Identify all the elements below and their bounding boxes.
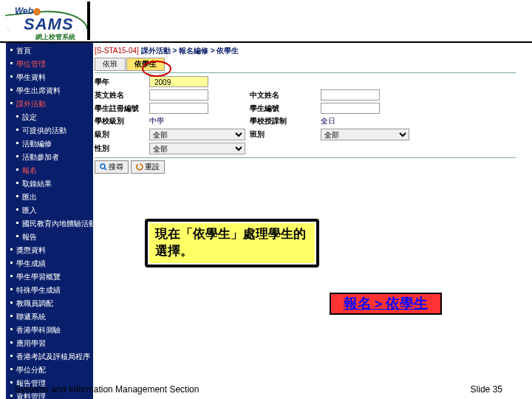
- footer-right: Slide 35: [471, 384, 502, 395]
- sidebar-item-6[interactable]: 可提供的活動: [6, 124, 93, 137]
- logo-sams-text: SAMS: [24, 15, 74, 34]
- stu-no-label: 學生編號: [250, 103, 316, 114]
- search-icon: [100, 163, 107, 171]
- sidebar-item-14[interactable]: 報告: [6, 231, 93, 244]
- tab-by-class[interactable]: 依班: [95, 58, 126, 71]
- sidebar-item-18[interactable]: 特殊學生成績: [6, 284, 93, 297]
- sidebar-item-13[interactable]: 國民教育內地體驗活動: [6, 217, 93, 231]
- gender-select[interactable]: 全部: [149, 143, 245, 154]
- header: Web SAMS 網上校管系統: [0, 0, 532, 44]
- footer: Systems and Information Management Secti…: [0, 384, 532, 395]
- year-label: 學年: [95, 77, 145, 87]
- level-label: 學校級別: [95, 116, 145, 126]
- svg-point-0: [100, 164, 105, 168]
- sidebar-item-5[interactable]: 設定: [6, 111, 93, 124]
- sidebar-item-15[interactable]: 獎懲資料: [6, 244, 93, 257]
- sidebar-item-17[interactable]: 學生學習概覽: [6, 270, 93, 284]
- sidebar-item-2[interactable]: 學生資料: [6, 71, 93, 84]
- divider: [95, 72, 516, 73]
- sidebar-item-11[interactable]: 匯出: [6, 191, 93, 204]
- chi-name-label: 中文姓名: [250, 90, 316, 100]
- search-form: 學年 2009 英文姓名 中文姓名 學生註冊編號 學生編號 學校級別 中學 學校…: [95, 76, 516, 154]
- page-code: [S-STA15-04]: [95, 47, 139, 55]
- sidebar-item-20[interactable]: 聯遞系統: [6, 310, 93, 324]
- sidebar-item-24[interactable]: 學位分配: [6, 364, 93, 377]
- session-label: 學校授課制: [250, 116, 316, 126]
- sidebar-item-16[interactable]: 學生成績: [6, 257, 93, 270]
- gender-label: 性別: [95, 143, 145, 154]
- sidebar-item-21[interactable]: 香港學科測驗: [6, 324, 93, 337]
- reg-no-input[interactable]: [149, 103, 208, 114]
- chi-name-input[interactable]: [321, 89, 380, 100]
- search-button-label: 搜尋: [109, 162, 123, 172]
- class-level-select[interactable]: 全部: [149, 129, 245, 140]
- tab-row: 依班 依學生: [95, 58, 516, 71]
- main-content: [S-STA15-04] 課外活動 > 報名編修 > 依學生 依班 依學生 學年…: [95, 46, 516, 174]
- watermark: WebSAMS: [529, 207, 532, 398]
- sidebar-item-4[interactable]: 課外活動: [6, 98, 93, 111]
- sidebar-item-9[interactable]: 報名: [6, 164, 93, 177]
- button-row: 搜尋 重設: [95, 157, 516, 174]
- sidebar-item-1[interactable]: 學位管理: [6, 58, 93, 71]
- sidebar-item-8[interactable]: 活動參加者: [6, 151, 93, 164]
- sidebar-item-19[interactable]: 教職員調配: [6, 297, 93, 310]
- annotation-callout-path: 報名＞依學生: [330, 293, 442, 315]
- sidebar-item-12[interactable]: 匯入: [6, 204, 93, 217]
- breadcrumb: 課外活動 > 報名編修 > 依學生: [141, 47, 239, 55]
- eng-name-input[interactable]: [149, 89, 208, 100]
- sidebar-item-3[interactable]: 學生出席資料: [6, 84, 93, 98]
- stu-no-input[interactable]: [321, 103, 380, 114]
- slide-label: Slide: [471, 384, 491, 395]
- sidebar-item-7[interactable]: 活動編修: [6, 137, 93, 151]
- breadcrumb-row: [S-STA15-04] 課外活動 > 報名編修 > 依學生: [95, 46, 516, 56]
- header-vertical-divider: [87, 1, 90, 40]
- logo: Web SAMS 網上校管系統: [6, 3, 89, 43]
- sidebar-item-22[interactable]: 應用學習: [6, 337, 93, 350]
- sidebar-item-23[interactable]: 香港考試及評核局程序: [6, 350, 93, 364]
- reset-icon: [136, 163, 143, 171]
- class-select[interactable]: 全部: [321, 129, 409, 140]
- tab-by-student[interactable]: 依學生: [126, 58, 165, 71]
- slide-number: 35: [493, 384, 502, 395]
- year-field[interactable]: 2009: [149, 76, 208, 87]
- class-label: 班別: [250, 129, 316, 140]
- annotation-callout-description: 現在「依學生」處理學生的選擇。: [145, 219, 319, 267]
- svg-line-1: [104, 168, 106, 170]
- search-button[interactable]: 搜尋: [95, 160, 129, 174]
- eng-name-label: 英文姓名: [95, 90, 145, 100]
- sidebar-item-0[interactable]: 首頁: [6, 44, 93, 58]
- reg-no-label: 學生註冊編號: [95, 103, 145, 114]
- footer-left: Systems and Information Management Secti…: [15, 384, 199, 395]
- session-value: 全日: [321, 116, 409, 126]
- class-level-label: 級別: [95, 129, 145, 140]
- level-value: 中學: [149, 116, 245, 126]
- sidebar: 首頁學位管理學生資料學生出席資料課外活動設定可提供的活動活動編修活動參加者報名取…: [6, 43, 93, 399]
- reset-button-label: 重設: [145, 162, 160, 172]
- annotation-callout-path-text: 報名＞依學生: [344, 294, 428, 313]
- sidebar-item-10[interactable]: 取錄結果: [6, 177, 93, 191]
- reset-button[interactable]: 重設: [131, 160, 165, 174]
